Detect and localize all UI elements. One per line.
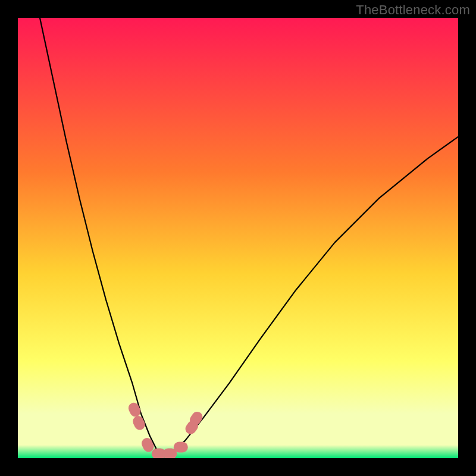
heat-background [18,18,458,458]
bottleneck-plot [18,18,458,458]
watermark-text: TheBottleneck.com [356,2,470,18]
svg-rect-5 [174,442,188,453]
chart-frame: TheBottleneck.com [0,0,476,476]
curve-marker [174,442,188,453]
